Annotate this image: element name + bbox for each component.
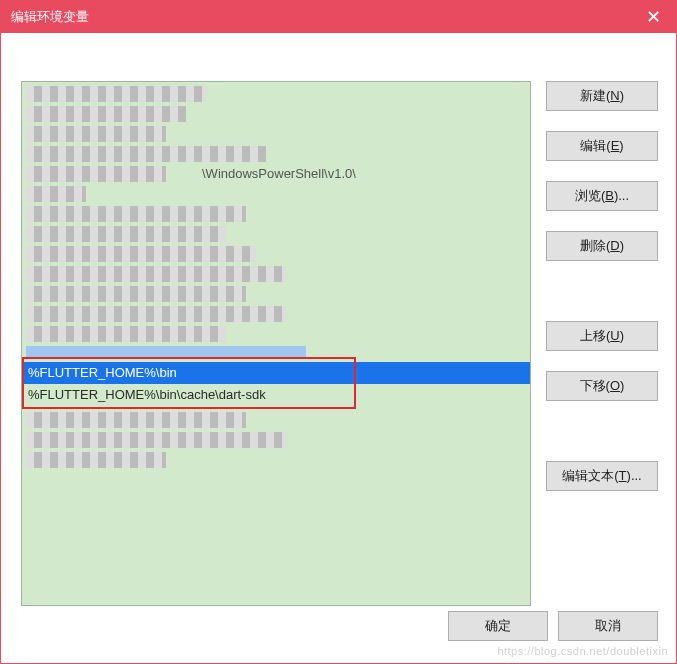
move-up-button[interactable]: 上移(U) (546, 321, 658, 351)
move-down-button[interactable]: 下移(O) (546, 371, 658, 401)
move-up-button-label: 上移(U) (580, 327, 624, 345)
path-list[interactable]: \WindowsPowerShell\v1.0\ %FLUTTER_HOME%\… (21, 81, 531, 606)
watermark-text: https://blog.csdn.net/doubletixin (497, 645, 668, 657)
dialog-body: \WindowsPowerShell\v1.0\ %FLUTTER_HOME%\… (1, 33, 676, 663)
list-item-selected[interactable]: %FLUTTER_HOME%\bin (22, 362, 530, 384)
edit-text-button-label: 编辑文本(T)... (562, 467, 641, 485)
move-down-button-label: 下移(O) (580, 377, 625, 395)
ok-button-label: 确定 (485, 617, 511, 635)
new-button-label: 新建(N) (580, 87, 624, 105)
redacted-partial-text: \WindowsPowerShell\v1.0\ (202, 166, 356, 181)
edit-button-label: 编辑(E) (580, 137, 623, 155)
delete-button[interactable]: 删除(D) (546, 231, 658, 261)
edit-button[interactable]: 编辑(E) (546, 131, 658, 161)
window-title: 编辑环境变量 (11, 8, 89, 26)
close-icon: ✕ (646, 6, 661, 28)
bottom-button-group: 确定 取消 (448, 611, 658, 641)
delete-button-label: 删除(D) (580, 237, 624, 255)
close-button[interactable]: ✕ (630, 1, 676, 33)
side-button-group: 新建(N) 编辑(E) 浏览(B)... 删除(D) 上移(U) 下移(O) 编… (546, 81, 658, 491)
cancel-button[interactable]: 取消 (558, 611, 658, 641)
list-item[interactable]: %FLUTTER_HOME%\bin\cache\dart-sdk (22, 384, 530, 406)
browse-button[interactable]: 浏览(B)... (546, 181, 658, 211)
titlebar: 编辑环境变量 ✕ (1, 1, 676, 33)
cancel-button-label: 取消 (595, 617, 621, 635)
edit-text-button[interactable]: 编辑文本(T)... (546, 461, 658, 491)
ok-button[interactable]: 确定 (448, 611, 548, 641)
new-button[interactable]: 新建(N) (546, 81, 658, 111)
browse-button-label: 浏览(B)... (575, 187, 629, 205)
